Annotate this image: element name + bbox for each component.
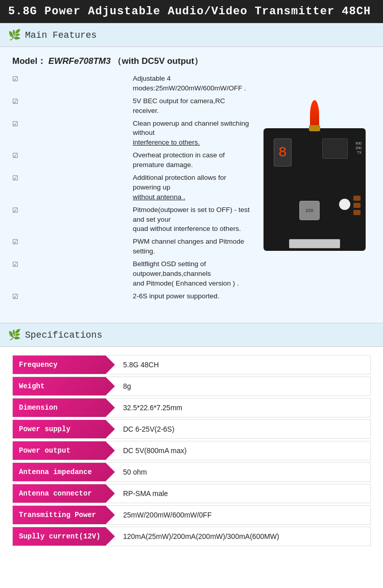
product-image-container: 8 600200TX 220: [258, 74, 371, 304]
spec-row-4: Power outputDC 5V(800mA max): [12, 441, 371, 460]
features-section: Model： EWRFe708TM3 （with DC5V output） ☑A…: [0, 47, 383, 315]
spec-value-5: 50 ohm: [115, 463, 370, 481]
feature-text-0: Adjustable 4 modes:25mW/200mW/600mW/OFF …: [133, 74, 250, 93]
specs-section: Frequency5.8G 48CHWeight8gDimension32.5*…: [0, 347, 383, 560]
feature-text-6: PWM channel changes and Pitmode setting.: [133, 237, 250, 256]
pcb-white-component: [339, 199, 350, 210]
spec-label-5: Antenna impedance: [13, 463, 115, 481]
spec-label-4: Power output: [13, 441, 115, 460]
check-icon-7: ☑: [12, 260, 130, 269]
model-line: Model： EWRFe708TM3 （with DC5V output）: [12, 55, 371, 67]
feature-item-8: ☑2-6S input power supported.: [12, 292, 250, 301]
pcb-components: 8 600200TX 220: [264, 128, 366, 251]
pcb-resistor-1: [353, 196, 361, 201]
model-name: EWRFe708TM3: [49, 56, 111, 66]
check-icon-6: ☑: [12, 238, 130, 247]
pcb-inductor: 220: [299, 201, 320, 220]
page-title: 5.8G Power Adjustable Audio/Video Transm…: [0, 0, 383, 23]
feature-item-3: ☑Overheat protection in case of prematur…: [12, 151, 250, 170]
spec-label-7: Transmitting Power: [13, 506, 115, 524]
specs-table: Frequency5.8G 48CHWeight8gDimension32.5*…: [12, 355, 371, 546]
spec-label-3: Power supply: [13, 420, 115, 438]
spec-value-0: 5.8G 48CH: [115, 356, 370, 374]
feature-text-1: 5V BEC output for camera,RC receiver.: [133, 97, 250, 116]
pcb-right-labels: 600200TX: [355, 141, 362, 155]
spec-label-0: Frequency: [13, 356, 115, 374]
check-icon-1: ☑: [12, 97, 130, 106]
specs-header: 🌿 Specifications: [0, 323, 383, 347]
spec-label-8: Suplly current(12V): [13, 527, 115, 546]
spec-label-2: Dimension: [13, 398, 115, 417]
feature-item-4: ☑Additional protection allows for poweri…: [12, 173, 250, 202]
feature-text-4: Additional protection allows for powerin…: [133, 173, 250, 202]
main-features-title: Main Features: [25, 30, 97, 40]
spec-label-1: Weight: [13, 377, 115, 395]
spec-value-2: 32.5*22.6*7.25mm: [115, 398, 370, 417]
pcb-resistor-2: [353, 203, 361, 208]
spec-row-6: Antenna connectorRP-SMA male: [12, 484, 371, 503]
feature-text-3: Overheat protection in case of premature…: [133, 151, 250, 170]
feature-text-7: Beltflight OSD setting of outpower,bands…: [133, 260, 250, 289]
pcb-board: 8 600200TX 220: [264, 128, 366, 251]
check-icon-2: ☑: [12, 120, 130, 129]
model-suffix: （with DC5V output）: [113, 56, 203, 66]
spec-value-7: 25mW/200mW/600mW/0FF: [115, 506, 370, 524]
spec-row-7: Transmitting Power25mW/200mW/600mW/0FF: [12, 505, 371, 525]
feature-text-8: 2-6S input power supported.: [133, 292, 250, 301]
spec-row-2: Dimension32.5*22.6*7.25mm: [12, 398, 371, 417]
feature-item-6: ☑PWM channel changes and Pitmode setting…: [12, 237, 250, 256]
pcb-digit-display: 8: [274, 138, 292, 167]
gap: [0, 315, 383, 323]
spec-row-8: Suplly current(12V)120mA(25mW)/200mA(200…: [12, 527, 371, 546]
spec-row-5: Antenna impedance50 ohm: [12, 462, 371, 482]
spec-value-4: DC 5V(800mA max): [115, 441, 370, 460]
pcb-resistors: [353, 196, 361, 215]
check-icon-0: ☑: [12, 75, 130, 84]
spec-row-1: Weight8g: [12, 377, 371, 396]
feature-text-2: Clean powerup and channel switching with…: [133, 119, 250, 148]
features-layout: ☑Adjustable 4 modes:25mW/200mW/600mW/OFF…: [12, 74, 371, 304]
feature-item-2: ☑Clean powerup and channel switching wit…: [12, 119, 250, 148]
spec-label-6: Antenna connector: [13, 484, 115, 503]
spec-value-6: RP-SMA male: [115, 484, 370, 503]
feature-item-5: ☑Pitmode(outpower is set to OFF) - test …: [12, 205, 250, 234]
spec-value-3: DC 6-25V(2-6S): [115, 420, 370, 438]
pcb-connector: [289, 239, 340, 248]
check-icon-4: ☑: [12, 174, 130, 183]
spec-value-8: 120mA(25mW)/200mA(200mW)/300mA(600MW): [115, 527, 370, 546]
pcb-resistor-3: [353, 210, 361, 215]
leaf-icon-specs: 🌿: [8, 328, 21, 341]
feature-item-0: ☑Adjustable 4 modes:25mW/200mW/600mW/OFF…: [12, 74, 250, 93]
leaf-icon-features: 🌿: [8, 29, 21, 41]
main-features-header: 🌿 Main Features: [0, 23, 383, 47]
spec-row-3: Power supplyDC 6-25V(2-6S): [12, 419, 371, 439]
check-icon-3: ☑: [12, 151, 130, 160]
specs-title: Specifications: [25, 330, 102, 340]
spec-row-0: Frequency5.8G 48CH: [12, 355, 371, 374]
feature-item-7: ☑Beltflight OSD setting of outpower,band…: [12, 260, 250, 289]
pcb-main-chip: [322, 138, 348, 159]
feature-text-5: Pitmode(outpower is set to OFF) - test a…: [133, 205, 250, 234]
spec-value-1: 8g: [115, 377, 370, 395]
feature-item-1: ☑5V BEC output for camera,RC receiver.: [12, 97, 250, 116]
check-icon-8: ☑: [12, 292, 130, 301]
features-list: ☑Adjustable 4 modes:25mW/200mW/600mW/OFF…: [12, 74, 250, 304]
model-label: Model：: [12, 56, 46, 66]
check-icon-5: ☑: [12, 206, 130, 215]
